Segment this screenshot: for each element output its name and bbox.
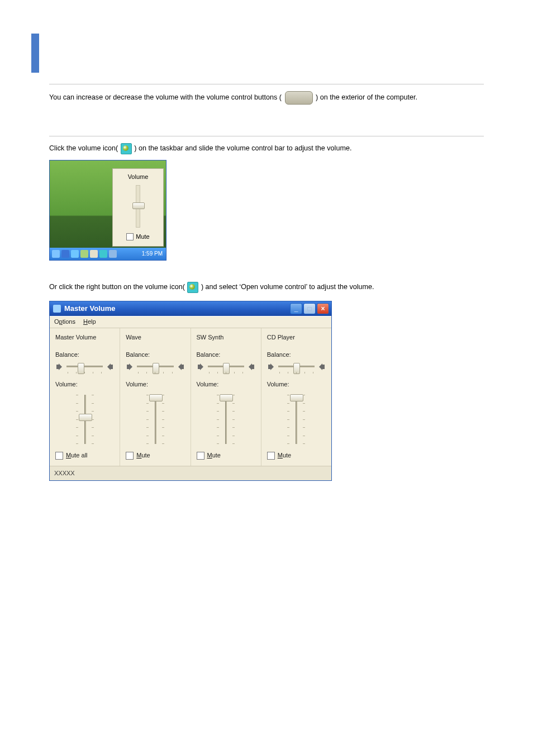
slider-thumb-icon[interactable] (132, 202, 145, 209)
mute-row: Mute (126, 451, 184, 460)
minimize-button[interactable]: _ (290, 303, 302, 314)
mute-label: Mute (136, 451, 150, 460)
tray-network-icon[interactable] (71, 250, 79, 258)
volume-slider[interactable] (73, 393, 97, 446)
statusbar: XXXXX (50, 466, 331, 480)
hotkey-letter: p (59, 318, 63, 325)
menubar: Options Help (50, 316, 331, 328)
volume-slider-wrap (197, 393, 255, 446)
maximize-button[interactable]: □ (303, 303, 316, 314)
mute-label: Mute all (66, 451, 88, 460)
mute-row: Mute (267, 451, 326, 460)
titlebar: Master Volume _ □ × (50, 301, 331, 316)
slider-thumb-icon[interactable] (290, 394, 303, 401)
tray-clock: 1:59 PM (142, 249, 164, 258)
text: ) and select ‘Open volume control’ to ad… (201, 283, 374, 291)
mute-checkbox[interactable] (55, 452, 63, 460)
balance-label: Balance: (55, 350, 114, 360)
screenshot-master-volume-window: Master Volume _ □ × Options Help Master … (49, 301, 332, 481)
text: Click the volume icon( (49, 144, 118, 152)
volume-slider-wrap (126, 393, 184, 446)
speaker-right-icon (248, 363, 255, 371)
balance-slider[interactable] (64, 362, 105, 372)
balance-slider[interactable] (206, 362, 246, 372)
hotkey-letter: H (83, 318, 88, 325)
text: ) on the exterior of the computer. (316, 93, 417, 101)
mute-label: Mute (278, 451, 291, 460)
volume-popup-title: Volume (116, 172, 160, 182)
slider-thumb-icon[interactable] (220, 394, 233, 401)
volume-slider[interactable] (143, 393, 168, 446)
balance-row (197, 362, 255, 372)
speaker-left-icon (126, 363, 134, 371)
volume-label: Volume: (126, 380, 184, 389)
channel-title: CD Player (267, 333, 326, 342)
channel-title: SW Synth (197, 333, 255, 342)
window-buttons: _ □ × (290, 303, 329, 314)
speaker-left-icon (267, 363, 275, 371)
document-page: You can increase or decrease the volume … (0, 0, 533, 756)
divider (49, 84, 484, 84)
paragraph-volume-buttons: You can increase or decrease the volume … (49, 91, 484, 105)
balance-slider[interactable] (135, 362, 175, 372)
mute-checkbox[interactable] (126, 233, 134, 240)
balance-label: Balance: (267, 350, 326, 360)
volume-tray-icon (187, 282, 198, 293)
speaker-right-icon (106, 363, 114, 371)
taskbar: 1:59 PM (50, 248, 166, 260)
channel-title: Wave (126, 333, 184, 342)
tray-volume-icon[interactable] (99, 250, 107, 258)
menu-options[interactable]: Options (54, 317, 75, 327)
balance-row (55, 362, 114, 372)
mute-row: Mute all (55, 451, 114, 460)
volume-slider[interactable] (213, 393, 238, 446)
slider-thumb-icon[interactable] (79, 414, 92, 421)
volume-label: Volume: (267, 380, 326, 389)
volume-slider-wrap (55, 393, 114, 446)
mixer-channel: WaveBalance:Volume:Mute (120, 328, 191, 466)
text: ) on the taskbar and slide the volume co… (134, 144, 351, 152)
tray-app-icon[interactable] (80, 250, 88, 258)
mute-checkbox[interactable] (267, 452, 275, 460)
divider (49, 136, 484, 136)
mixer-channel: Master VolumeBalance:Volume:Mute all (50, 328, 120, 466)
paragraph-open-volume-control: Or click the right button on the volume … (49, 282, 484, 293)
speaker-right-icon (318, 363, 326, 371)
balance-label: Balance: (126, 350, 184, 360)
volume-slider-wrap (267, 393, 326, 446)
screenshot-tray-volume-popup: Volume Mute 1:59 PM (49, 160, 166, 261)
speaker-left-icon (197, 363, 204, 371)
volume-label: Volume: (55, 380, 114, 389)
side-accent-bar (31, 34, 39, 73)
tray-app-icon[interactable] (109, 250, 117, 258)
volume-tray-icon (121, 143, 132, 154)
window-title: Master Volume (64, 303, 116, 314)
mixer-channel: SW SynthBalance:Volume:Mute (191, 328, 261, 466)
volume-slider[interactable] (284, 393, 308, 446)
close-button[interactable]: × (317, 303, 329, 314)
window-app-icon (53, 305, 61, 313)
balance-row (126, 362, 184, 372)
hardware-volume-buttons-icon (285, 91, 313, 105)
mute-checkbox[interactable] (126, 452, 134, 460)
mute-row: Mute (116, 232, 160, 242)
speaker-right-icon (177, 363, 185, 371)
tray-app-icon[interactable] (52, 250, 60, 258)
mute-checkbox[interactable] (197, 452, 204, 460)
channel-title: Master Volume (55, 333, 114, 342)
volume-popup: Volume Mute (112, 168, 164, 247)
slider-thumb-icon[interactable] (149, 394, 163, 401)
body-text: You can increase or decrease the volume … (49, 84, 484, 481)
tray-app-icon[interactable] (90, 250, 98, 258)
text: You can increase or decrease the volume … (49, 93, 282, 101)
mute-label: Mute (207, 451, 221, 460)
menu-help[interactable]: Help (83, 317, 96, 327)
balance-label: Balance: (197, 350, 255, 360)
mixer-channel: CD PlayerBalance:Volume:Mute (261, 328, 331, 466)
mute-row: Mute (197, 451, 255, 460)
volume-slider[interactable] (136, 185, 140, 228)
text: Or click the right button on the volume … (49, 283, 185, 291)
speaker-left-icon (55, 363, 63, 371)
tray-app-icon[interactable] (61, 250, 69, 258)
balance-slider[interactable] (276, 362, 317, 372)
